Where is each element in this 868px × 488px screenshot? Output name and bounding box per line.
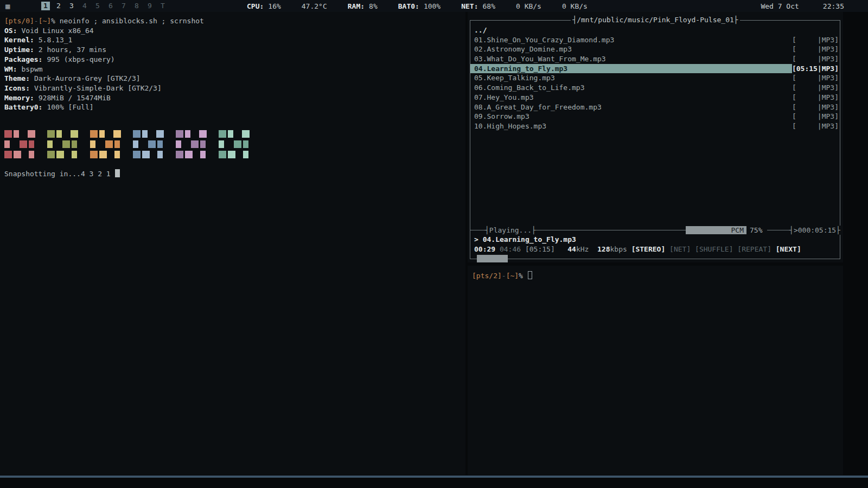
info-label: Memory: — [4, 94, 34, 102]
info-label: Uptime: — [4, 46, 34, 54]
workspace-9[interactable]: 9 — [145, 2, 154, 10]
volume-percent: 75% — [750, 226, 762, 234]
track-row[interactable]: 05.Keep_Talking.mp3[ |MP3] — [470, 73, 840, 83]
workspace-5[interactable]: 5 — [93, 2, 102, 10]
playlist-total-time: ┤>000:05:15├ — [789, 226, 840, 235]
track-row[interactable]: 01.Shine_On_You_Crazy_Diamond.mp3[ |MP3] — [470, 35, 840, 45]
info-value: 100% [Full] — [47, 103, 93, 111]
stat-cpu-label: CPU: — [247, 2, 264, 10]
time-remaining: 04:46 — [500, 245, 521, 253]
track-meta: [ |MP3] — [792, 44, 840, 54]
track-row[interactable]: 07.Hey_You.mp3[ |MP3] — [470, 93, 840, 102]
track-name[interactable]: 05.Keep_Talking.mp3 — [470, 73, 792, 83]
volume-mixer[interactable]: PCM 75% — [686, 226, 767, 234]
track-meta: [ |MP3] — [792, 83, 840, 93]
track-row[interactable]: 08.A_Great_Day_for_Freedom.mp3[ |MP3] — [470, 102, 840, 112]
moc-titlebar: ┤/mnt/public/music/Pink_Floyd-Pulse_01├ — [468, 15, 843, 25]
info-label: Kernel: — [4, 36, 34, 44]
prompt-pts: [pts/0] — [4, 17, 34, 25]
info-label: Theme: — [4, 74, 30, 82]
sample-rate: 44 — [567, 245, 576, 253]
mixer-label: PCM — [731, 226, 744, 234]
track-name[interactable]: 04.Learning_to_Fly.mp3 — [470, 64, 792, 74]
track-name[interactable]: 01.Shine_On_You_Crazy_Diamond.mp3 — [470, 35, 792, 45]
track-duration: [05:15] — [525, 245, 555, 253]
prompt-cwd: [~] — [39, 17, 51, 25]
track-row[interactable]: 03.What_Do_You_Want_From_Me.mp3[ |MP3] — [470, 54, 840, 64]
stat-battery-label: BAT0: — [398, 2, 419, 10]
track-meta: [05:15|MP3] — [792, 64, 840, 74]
prompt-cwd: [~] — [506, 272, 519, 280]
prompt-sigil: % — [519, 272, 523, 280]
track-row[interactable]: 09.Sorrow.mp3[ |MP3] — [470, 112, 840, 121]
track-name[interactable]: 06.Coming_Back_to_Life.mp3 — [470, 83, 792, 93]
ansi-color-group — [176, 130, 207, 161]
track-name[interactable]: 07.Hey_You.mp3 — [470, 93, 792, 102]
stat-cpu-value: 16% — [268, 2, 280, 10]
flag-shuffle: [SHUFFLE] — [695, 245, 733, 253]
track-row[interactable]: 10.High_Hopes.mp3[ |MP3] — [470, 121, 840, 131]
info-value: bspwm — [21, 65, 42, 73]
flag-repeat: [REPEAT] — [737, 245, 771, 253]
ansi-color-group — [90, 130, 121, 161]
stat-net-label: NET: — [461, 2, 478, 10]
track-row[interactable]: 02.Astronomy_Domine.mp3[ |MP3] — [470, 44, 840, 54]
info-label: Battery0: — [4, 103, 42, 111]
track-name[interactable]: 03.What_Do_You_Want_From_Me.mp3 — [470, 54, 792, 64]
track-meta: [ |MP3] — [792, 121, 840, 131]
seek-progress-bar[interactable] — [477, 255, 508, 262]
terminal-pts2[interactable]: [pts/2]-[~]% — [468, 266, 843, 475]
sample-rate-unit: kHz — [576, 245, 589, 253]
info-value: Void Linux x86_64 — [21, 27, 93, 35]
info-label: Packages: — [4, 55, 42, 63]
now-playing-prefix: > — [474, 235, 478, 243]
stat-cpu: CPU:16% — [247, 2, 281, 10]
stat-ram: RAM:8% — [348, 2, 378, 10]
info-line-kernel: Kernel:5.8.13_1 — [4, 35, 461, 45]
time-elapsed: 00:29 — [474, 245, 495, 253]
bar-date: Wed 7 Oct — [761, 2, 799, 10]
track-name[interactable]: 10.High_Hopes.mp3 — [470, 121, 792, 131]
bitrate-unit: kbps — [610, 245, 627, 253]
workspace-t[interactable]: T — [158, 2, 167, 10]
moc-directory-title: ┤/mnt/public/music/Pink_Floyd-Pulse_01├ — [571, 16, 739, 24]
menu-grid-icon[interactable]: ▦ — [5, 0, 10, 12]
track-name[interactable]: 09.Sorrow.mp3 — [470, 112, 792, 121]
prompt-line: [pts/0]-[~]% neoinfo ; ansiblocks.sh ; s… — [4, 16, 461, 26]
moc-player[interactable]: ┤/mnt/public/music/Pink_Floyd-Pulse_01├ … — [468, 12, 843, 262]
workspace-8[interactable]: 8 — [132, 2, 141, 10]
track-meta: [ |MP3] — [792, 35, 840, 45]
track-meta: [ |MP3] — [792, 54, 840, 64]
player-state: ┤Playing...├ — [485, 226, 536, 235]
stat-net-down-value: 0 KB/s — [516, 2, 541, 10]
stat-net-up: 0 KB/s — [562, 2, 588, 10]
stat-battery: BAT0:100% — [398, 2, 441, 10]
workspace-1[interactable]: 1 — [41, 2, 50, 10]
track-name[interactable]: 02.Astronomy_Domine.mp3 — [470, 44, 792, 54]
workspace-4[interactable]: 4 — [80, 2, 89, 10]
workspace-7[interactable]: 7 — [119, 2, 128, 10]
bitrate: 128 — [597, 245, 610, 253]
info-value: Vibrantly-Simple-Dark [GTK2/3] — [34, 84, 162, 92]
parent-dir-row[interactable]: ../ — [470, 25, 840, 35]
parent-dir-label[interactable]: ../ — [470, 25, 840, 35]
volume-fill: PCM — [686, 226, 746, 234]
terminal-pts0[interactable]: [pts/0]-[~]% neoinfo ; ansiblocks.sh ; s… — [0, 12, 465, 475]
now-playing-line: > 04.Learning_to_Fly.mp3 — [474, 235, 576, 244]
workspace-2[interactable]: 2 — [54, 2, 63, 10]
info-line-packages: Packages:995 (xbps-query) — [4, 55, 461, 65]
flag-net: [NET] — [669, 245, 691, 253]
track-row-current[interactable]: 04.Learning_to_Fly.mp3[05:15|MP3] — [470, 64, 840, 74]
track-row[interactable]: 06.Coming_Back_to_Life.mp3[ |MP3] — [470, 83, 840, 93]
track-meta: [ |MP3] — [792, 102, 840, 112]
info-label: Icons: — [4, 84, 30, 92]
track-name[interactable]: 08.A_Great_Day_for_Freedom.mp3 — [470, 102, 792, 112]
workspace-3[interactable]: 3 — [67, 2, 76, 10]
info-label: WM: — [4, 65, 17, 73]
stat-net-down: 0 KB/s — [516, 2, 541, 10]
track-meta: [ |MP3] — [792, 73, 840, 83]
ansi-color-group — [4, 130, 35, 161]
workspace-6[interactable]: 6 — [106, 2, 115, 10]
info-line-battery: Battery0:100% [Full] — [4, 102, 461, 112]
info-line-theme: Theme:Dark-Aurora-Grey [GTK2/3] — [4, 74, 461, 84]
